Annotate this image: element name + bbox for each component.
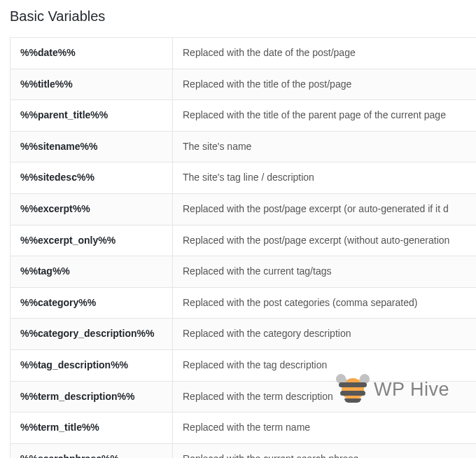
variable-name: %%date%% [10, 38, 173, 69]
table-row: %%searchphrase%%Replaced with the curren… [10, 443, 477, 458]
table-row: %%sitedesc%%The site's tag line / descri… [10, 162, 477, 194]
table-row: %%tag_description%%Replaced with the tag… [10, 349, 477, 381]
variable-name: %%category%% [10, 287, 173, 319]
variable-name: %%term_title%% [10, 412, 173, 444]
variable-name: %%category_description%% [10, 319, 173, 350]
variable-name: %%term_description%% [10, 381, 173, 412]
variable-description: Replaced with the tag description [173, 349, 477, 381]
variable-name: %%tag%% [10, 256, 173, 288]
variable-description: Replaced with the title of the post/page [173, 69, 477, 100]
variable-name: %%sitedesc%% [10, 162, 173, 194]
variable-name: %%searchphrase%% [10, 443, 173, 458]
table-row: %%sitename%%The site's name [10, 131, 477, 162]
variable-name: %%tag_description%% [10, 349, 173, 381]
variable-name: %%excerpt_only%% [10, 225, 173, 256]
table-row: %%category_description%%Replaced with th… [10, 319, 477, 350]
table-row: %%category%%Replaced with the post categ… [10, 287, 477, 319]
table-row: %%title%%Replaced with the title of the … [10, 69, 477, 100]
table-row: %%tag%%Replaced with the current tag/tag… [10, 256, 477, 288]
table-row: %%parent_title%%Replaced with the title … [10, 100, 477, 132]
variable-name: %%sitename%% [10, 131, 173, 162]
variable-description: Replaced with the category description [173, 319, 477, 350]
variable-description: Replaced with the date of the post/page [173, 38, 477, 69]
section-heading: Basic Variables [0, 0, 476, 37]
variable-description: Replaced with the post/page excerpt (or … [173, 193, 477, 225]
variable-name: %%title%% [10, 69, 173, 100]
variable-description: The site's tag line / description [173, 162, 477, 194]
variable-description: Replaced with the current search phrase [173, 443, 477, 458]
table-row: %%term_description%%Replaced with the te… [10, 381, 477, 412]
variable-description: Replaced with the term description [173, 381, 477, 412]
table-row: %%date%%Replaced with the date of the po… [10, 38, 477, 69]
table-row: %%excerpt%%Replaced with the post/page e… [10, 193, 477, 225]
variable-name: %%parent_title%% [10, 100, 173, 132]
variable-description: Replaced with the post categories (comma… [173, 287, 477, 319]
variables-table: %%date%%Replaced with the date of the po… [10, 37, 476, 458]
variable-description: Replaced with the term name [173, 412, 477, 444]
table-row: %%term_title%%Replaced with the term nam… [10, 412, 477, 444]
variable-description: Replaced with the current tag/tags [173, 256, 477, 288]
variable-description: Replaced with the title of the parent pa… [173, 100, 477, 132]
variable-name: %%excerpt%% [10, 193, 173, 225]
variable-description: Replaced with the post/page excerpt (wit… [173, 225, 477, 256]
table-row: %%excerpt_only%%Replaced with the post/p… [10, 225, 477, 256]
variable-description: The site's name [173, 131, 477, 162]
